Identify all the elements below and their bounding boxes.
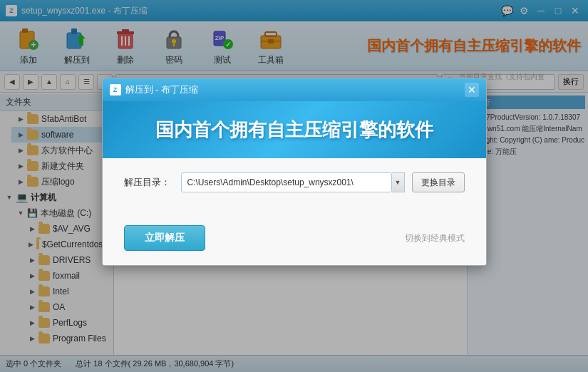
modal-dialog: Z 解压到 - 布丁压缩 ✕ 国内首个拥有自主压缩引擎的软件 解压目录： C:\… xyxy=(102,78,487,266)
modal-icon: Z xyxy=(110,84,121,95)
modal-banner-text: 国内首个拥有自主压缩引擎的软件 xyxy=(155,118,433,143)
extract-now-button[interactable]: 立即解压 xyxy=(124,225,205,251)
modal-banner: 国内首个拥有自主压缩引擎的软件 xyxy=(103,101,486,158)
modal-body: 解压目录： C:\Users\Admin\Desktop\setup_wnysx… xyxy=(103,158,486,218)
modal-title-bar: Z 解压到 - 布丁压缩 ✕ xyxy=(103,78,486,101)
change-dir-button[interactable]: 更换目录 xyxy=(412,172,465,192)
modal-title-text: 解压到 - 布丁压缩 xyxy=(125,83,199,96)
extract-path-text: C:\Users\Admin\Desktop\setup_wnysxz001\ xyxy=(187,177,354,187)
extract-dir-row: 解压目录： C:\Users\Admin\Desktop\setup_wnysx… xyxy=(124,172,465,192)
modal-overlay: Z 解压到 - 布丁压缩 ✕ 国内首个拥有自主压缩引擎的软件 解压目录： C:\… xyxy=(0,0,588,372)
extract-path-input[interactable]: C:\Users\Admin\Desktop\setup_wnysxz001\ xyxy=(181,172,392,192)
extract-dir-label: 解压目录： xyxy=(124,176,174,189)
path-dropdown[interactable]: ▼ xyxy=(392,172,405,192)
modal-close-button[interactable]: ✕ xyxy=(465,83,479,97)
modal-footer: 立即解压 切换到经典模式 xyxy=(103,218,486,265)
classic-mode-link[interactable]: 切换到经典模式 xyxy=(405,232,465,244)
